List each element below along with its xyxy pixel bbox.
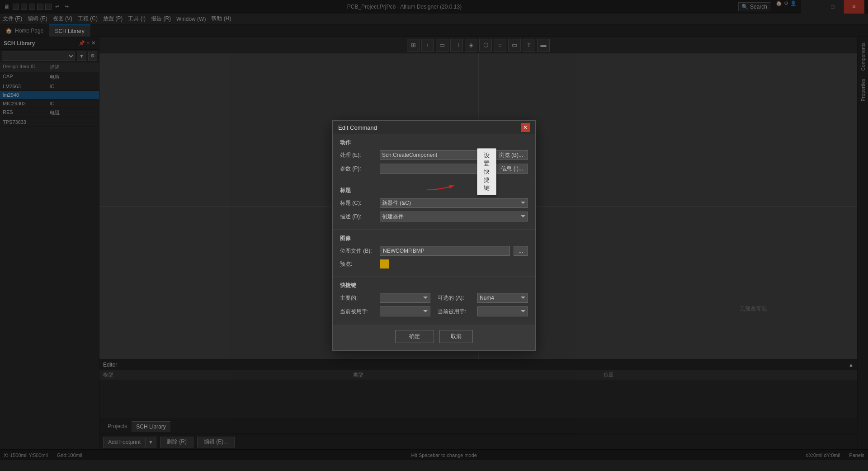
current-used-row2: 当前被用于: — [438, 306, 528, 316]
params-select[interactable] — [380, 164, 492, 174]
image-section-title: 图像 — [340, 235, 528, 242]
shortcut-section: 快捷键 主要的: 当前被用于: — [333, 277, 535, 325]
arrow-svg — [423, 176, 459, 194]
cancel-button[interactable]: 取消 — [439, 330, 473, 343]
tooltip-text: 设置快捷键 — [484, 152, 490, 191]
image-section: 图像 位图文件 (B): NEWCOMP.BMP ... 预览: — [333, 230, 535, 277]
params-row: 参数 (P): 信息 (I)... — [340, 164, 528, 174]
bitmap-row: 位图文件 (B): NEWCOMP.BMP ... — [340, 246, 528, 256]
desc-select[interactable]: 创建器件 — [380, 212, 528, 221]
caption-select[interactable]: 新器件 (&C) — [380, 198, 528, 208]
bitmap-label: 位图文件 (B): — [340, 247, 376, 255]
modal-title: Edit Command — [338, 124, 377, 131]
current-used-select1[interactable] — [380, 306, 430, 316]
caption-row: 标题 (C): 新器件 (&C) — [340, 198, 528, 208]
process-label: 处理 (E): — [340, 151, 376, 159]
available-group: 可选的 (A): Num4 当前被用于: — [438, 293, 528, 320]
shortcut-section-title: 快捷键 — [340, 282, 528, 289]
params-label: 参数 (P): — [340, 165, 376, 173]
modal-overlay: Edit Command ✕ 动作 处理 (E): Sch:CreateComp… — [0, 0, 868, 471]
available-select[interactable]: Num4 — [477, 293, 528, 303]
primary-select[interactable] — [380, 293, 430, 303]
modal-footer: 确定 取消 — [333, 325, 535, 345]
modal-close-button[interactable]: ✕ — [521, 123, 530, 132]
available-label: 可选的 (A): — [438, 294, 474, 302]
primary-row: 主要的: — [340, 293, 430, 303]
shortcut-tooltip: 设置快捷键 — [477, 148, 496, 195]
available-row: 可选的 (A): Num4 — [438, 293, 528, 303]
edit-command-modal: Edit Command ✕ 动作 处理 (E): Sch:CreateComp… — [332, 120, 536, 351]
browse-button[interactable]: 浏览 (B)... — [494, 150, 528, 160]
process-row: 处理 (E): Sch:CreateComponent 浏览 (B)... — [340, 150, 528, 160]
modal-title-bar: Edit Command ✕ — [333, 121, 535, 134]
action-section: 动作 处理 (E): Sch:CreateComponent 浏览 (B)...… — [333, 134, 535, 182]
current-used-label1: 当前被用于: — [340, 308, 376, 316]
desc-row: 描述 (D): 创建器件 — [340, 212, 528, 221]
caption-label: 标题 (C): — [340, 199, 376, 207]
process-select[interactable]: Sch:CreateComponent — [380, 150, 491, 160]
preview-label: 预览: — [340, 260, 376, 268]
desc-label: 描述 (D): — [340, 213, 376, 221]
shortcut-row: 主要的: 当前被用于: — [340, 293, 528, 320]
ok-button[interactable]: 确定 — [395, 330, 434, 343]
current-used-row1: 当前被用于: — [340, 306, 430, 316]
current-used-select2[interactable] — [477, 306, 528, 316]
current-used-label2: 当前被用于: — [438, 308, 474, 316]
preview-image — [380, 259, 389, 268]
preview-row: 预览: — [340, 259, 528, 268]
bitmap-browse-button[interactable]: ... — [514, 246, 528, 256]
modal-body: 动作 处理 (E): Sch:CreateComponent 浏览 (B)...… — [333, 134, 535, 350]
primary-group: 主要的: 当前被用于: — [340, 293, 430, 320]
action-section-title: 动作 — [340, 139, 528, 146]
info-button[interactable]: 信息 (I)... — [496, 164, 528, 174]
primary-label: 主要的: — [340, 294, 376, 302]
